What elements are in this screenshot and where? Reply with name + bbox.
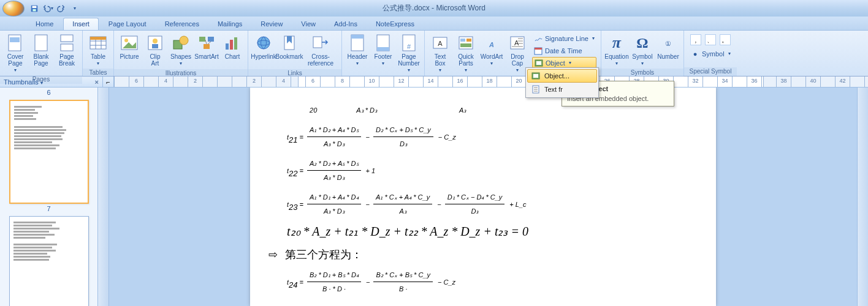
vertical-ruler[interactable] — [98, 88, 109, 306]
arrow-bullet-icon: ⇨ — [268, 248, 278, 261]
svg-rect-2 — [32, 9, 36, 11]
group-header-footer: Header▾ Footer▾ #PageNumber▾ Header & Fo… — [342, 31, 425, 76]
tab-view[interactable]: View — [292, 18, 324, 30]
svg-rect-18 — [152, 44, 158, 48]
tab-insert[interactable]: Insert — [63, 18, 99, 30]
group-pages: CoverPage▾ BlankPage PageBreak Pages — [0, 31, 83, 76]
special-symbol-grid[interactable]: , 、 。 — [687, 32, 734, 48]
group-label-symbols: Symbols — [601, 69, 683, 77]
cover-page-button[interactable]: CoverPage▾ — [2, 32, 28, 74]
chart-button[interactable]: Chart — [219, 32, 245, 61]
undo-icon[interactable]: ▾ — [42, 2, 54, 15]
omega-icon: ● — [691, 50, 699, 58]
tab-noteexpress[interactable]: NoteExpress — [367, 18, 423, 30]
tab-mailings[interactable]: Mailings — [209, 18, 251, 30]
equation-sum: t₂₀ * A_z + t₂₁ * D_z + t₂₂ * A_z * D_z … — [287, 224, 679, 239]
redo-icon[interactable] — [55, 2, 67, 15]
title-bar: ▾ ▾ 公式推导.docx - Microsoft Word — [0, 0, 868, 17]
svg-point-15 — [124, 39, 128, 42]
group-tables: Table▾ Tables — [83, 31, 114, 76]
header-button[interactable]: Header▾ — [345, 32, 370, 67]
svg-rect-25 — [230, 40, 233, 50]
ribbon-tabs: Home Insert Page Layout References Maili… — [0, 17, 868, 30]
qat-customize-icon[interactable]: ▾ — [69, 2, 81, 15]
sym-period[interactable]: 。 — [720, 34, 731, 45]
menu-item-text-from-file[interactable]: Text fr — [527, 83, 597, 96]
quick-access-toolbar: ▾ ▾ — [28, 2, 81, 15]
group-special-symbol: , 、 。 ●Symbol▾ Special Symbol — [684, 31, 737, 76]
date-time-button[interactable]: Date & Time — [532, 45, 596, 56]
group-label-tables: Tables — [83, 69, 113, 77]
group-illustrations: Picture ClipArt Shapes▾ SmartArt Chart I… — [114, 31, 248, 76]
group-links: Hyperlink Bookmark Cross-reference Links — [248, 31, 342, 76]
calendar-icon — [534, 47, 542, 55]
office-button[interactable] — [2, 1, 25, 17]
wordart-button[interactable]: AWordArt▾ — [479, 32, 504, 67]
table-button[interactable]: Table▾ — [85, 32, 111, 67]
ruler-row: Thumbnails ▾ × ⌐ 64224681012141618202224… — [0, 76, 868, 88]
tab-review[interactable]: Review — [252, 18, 291, 30]
clipart-button[interactable]: ClipArt — [142, 32, 168, 68]
page-number-button[interactable]: #PageNumber▾ — [396, 32, 422, 74]
textbox-button[interactable]: ATextBox▾ — [427, 32, 453, 74]
signature-line-button[interactable]: Signature Line▾ — [532, 32, 596, 44]
group-symbols: πEquation▾ ΩSymbol▾ ①Number Symbols — [601, 31, 684, 76]
svg-rect-4 — [10, 37, 20, 42]
window-title: 公式推导.docx - Microsoft Word — [383, 3, 485, 13]
thumb-page-8[interactable] — [9, 216, 89, 306]
tab-selector[interactable]: ⌐ — [103, 76, 114, 87]
signature-icon — [534, 34, 542, 43]
close-thumbnails-icon[interactable]: × — [95, 78, 99, 86]
svg-rect-13 — [90, 37, 106, 40]
svg-rect-53 — [536, 61, 541, 65]
svg-rect-30 — [313, 37, 322, 48]
save-icon[interactable] — [28, 2, 40, 15]
thumbnails-pane: 6 7 — [0, 88, 98, 306]
thumb-page-7-label: 7 — [4, 205, 94, 212]
symbol-dropdown-button[interactable]: ●Symbol▾ — [689, 48, 734, 59]
smartart-button[interactable]: SmartArt — [194, 32, 219, 61]
hyperlink-button[interactable]: Hyperlink — [251, 32, 276, 61]
svg-rect-32 — [351, 35, 364, 39]
tab-page-layout[interactable]: Page Layout — [100, 18, 155, 30]
svg-rect-23 — [204, 44, 210, 49]
sym-dun[interactable]: 、 — [705, 34, 716, 45]
svg-rect-24 — [226, 43, 229, 50]
tab-addins[interactable]: Add-Ins — [326, 18, 366, 30]
svg-rect-5 — [35, 35, 47, 51]
heading-third-equation: ⇨ 第三个方程为： — [268, 247, 679, 262]
tab-references[interactable]: References — [156, 18, 208, 30]
svg-text:①: ① — [665, 40, 671, 47]
horizontal-ruler[interactable]: 6422468101214161820222426283032343638404… — [114, 76, 868, 87]
equation-button[interactable]: πEquation▾ — [604, 32, 630, 67]
svg-text:A: A — [514, 39, 519, 47]
bookmark-button[interactable]: Bookmark — [276, 32, 302, 61]
number-button[interactable]: ①Number — [655, 32, 681, 61]
picture-button[interactable]: Picture — [116, 32, 142, 61]
symbol-button[interactable]: ΩSymbol▾ — [630, 32, 655, 67]
crossref-button[interactable]: Cross-reference — [302, 32, 339, 68]
svg-point-27 — [257, 37, 270, 49]
tab-home[interactable]: Home — [27, 18, 62, 30]
equation-t22: t22 = A₂ * D₂ + A₅ * D₅A₃ * D₃ + 1 — [287, 157, 679, 184]
shapes-button[interactable]: Shapes▾ — [168, 32, 194, 67]
svg-text:A: A — [438, 40, 443, 47]
object-dropdown-menu: Object... Text fr — [525, 67, 599, 98]
thumbnails-pane-label: Thumbnails ▾ — [0, 78, 91, 86]
svg-rect-3 — [9, 35, 21, 51]
footer-button[interactable]: Footer▾ — [370, 32, 396, 67]
vertical-scrollbar[interactable] — [857, 88, 868, 306]
svg-rect-40 — [460, 39, 465, 42]
thumb-page-6-label: 6 — [4, 89, 94, 96]
page: t20 = x20 xA₃ * D₃ xA₃ t21 = A₁ * D₂ + A… — [250, 88, 716, 306]
blank-page-button[interactable]: BlankPage — [28, 32, 54, 68]
svg-point-17 — [153, 39, 158, 43]
quickparts-button[interactable]: QuickParts▾ — [453, 32, 479, 74]
page-break-button[interactable]: PageBreak — [54, 32, 80, 68]
thumb-page-7[interactable] — [9, 100, 89, 204]
equation-t21: t21 = A₁ * D₂ + A₄ * D₅A₃ * D₃ − D₂ * Cₓ… — [287, 123, 679, 151]
sym-comma[interactable]: , — [690, 34, 701, 45]
menu-item-object[interactable]: Object... — [527, 69, 597, 83]
document-area[interactable]: t20 = x20 xA₃ * D₃ xA₃ t21 = A₁ * D₂ + A… — [109, 88, 857, 306]
svg-text:#: # — [407, 43, 411, 50]
